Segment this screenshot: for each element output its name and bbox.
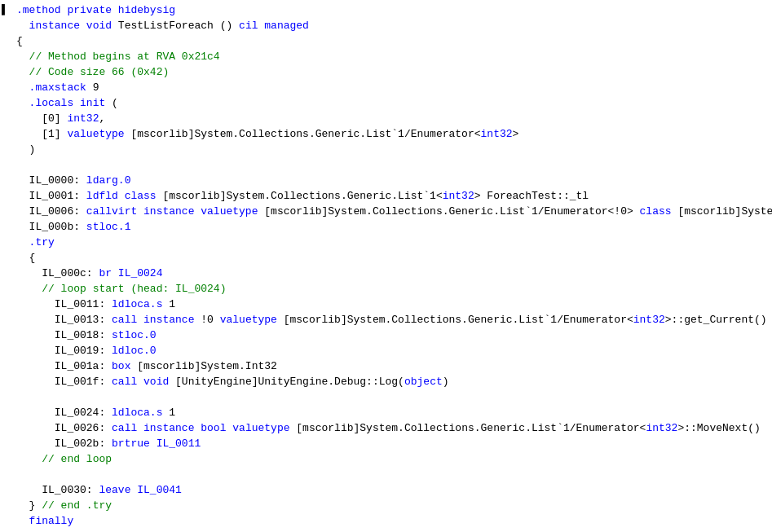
line-text: IL_000b: stloc.1 xyxy=(10,220,130,235)
code-line: IL_0001: ldfld class [mscorlib]System.Co… xyxy=(0,189,772,204)
code-line xyxy=(0,468,772,483)
line-text: IL_0030: leave IL_0041 xyxy=(10,483,182,499)
line-marker xyxy=(0,251,10,266)
line-marker: ▌ xyxy=(0,3,10,19)
code-line: IL_001a: box [mscorlib]System.Int32 xyxy=(0,359,772,375)
line-marker xyxy=(0,174,10,189)
code-container: ▌.method private hidebysig instance void… xyxy=(0,0,772,532)
line-marker xyxy=(0,19,10,34)
code-line: [1] valuetype [mscorlib]System.Collectio… xyxy=(0,127,772,143)
line-marker xyxy=(0,112,10,127)
line-marker xyxy=(0,437,10,452)
code-line: .maxstack 9 xyxy=(0,81,772,96)
line-text: IL_0013: call instance !0 valuetype [msc… xyxy=(10,313,767,328)
code-line: instance void TestListForeach () cil man… xyxy=(0,19,772,34)
line-text: IL_0001: ldfld class [mscorlib]System.Co… xyxy=(10,189,589,204)
line-marker xyxy=(0,313,10,328)
line-marker xyxy=(0,406,10,421)
code-line: ▌.method private hidebysig xyxy=(0,3,772,19)
line-marker xyxy=(0,344,10,359)
line-text: // end loop xyxy=(10,452,112,468)
line-text: IL_0006: callvirt instance valuetype [ms… xyxy=(10,204,772,220)
code-line: IL_0026: call instance bool valuetype [m… xyxy=(0,421,772,437)
line-marker xyxy=(0,483,10,499)
code-line: // Method begins at RVA 0x21c4 xyxy=(0,50,772,65)
line-text: } // end .try xyxy=(10,499,112,514)
line-marker xyxy=(0,282,10,297)
line-text: .method private hidebysig xyxy=(10,3,175,19)
line-marker xyxy=(0,189,10,204)
code-line: IL_0011: ldloca.s 1 xyxy=(0,297,772,313)
line-marker xyxy=(0,204,10,220)
line-text: IL_0018: stloc.0 xyxy=(10,328,157,344)
code-line: { xyxy=(0,251,772,266)
line-marker xyxy=(0,235,10,251)
code-line: // end loop xyxy=(0,452,772,468)
line-text: // loop start (head: IL_0024) xyxy=(10,282,226,297)
code-line: // loop start (head: IL_0024) xyxy=(0,282,772,297)
code-line: IL_0024: ldloca.s 1 xyxy=(0,406,772,421)
code-line: IL_0018: stloc.0 xyxy=(0,328,772,344)
code-line: // Code size 66 (0x42) xyxy=(0,65,772,81)
code-line: IL_002b: brtrue IL_0011 xyxy=(0,437,772,452)
line-text: .maxstack 9 xyxy=(10,81,99,96)
line-marker xyxy=(0,266,10,282)
code-line: .locals init ( xyxy=(0,96,772,112)
line-text: IL_0000: ldarg.0 xyxy=(10,174,130,189)
line-text: IL_0026: call instance bool valuetype [m… xyxy=(10,421,761,437)
line-text: IL_001a: box [mscorlib]System.Int32 xyxy=(10,359,277,375)
line-text: IL_0024: ldloca.s 1 xyxy=(10,406,175,421)
line-text: .locals init ( xyxy=(10,96,118,112)
line-marker xyxy=(0,421,10,437)
code-line: } // end .try xyxy=(0,499,772,514)
code-line: [0] int32, xyxy=(0,112,772,127)
code-line: IL_0013: call instance !0 valuetype [msc… xyxy=(0,313,772,328)
code-line xyxy=(0,390,772,406)
line-text: IL_0011: ldloca.s 1 xyxy=(10,297,175,313)
code-line: ) xyxy=(0,143,772,158)
line-text: [1] valuetype [mscorlib]System.Collectio… xyxy=(10,127,518,143)
line-marker xyxy=(0,34,10,50)
line-marker xyxy=(0,468,10,483)
line-marker xyxy=(0,50,10,65)
code-line: .try xyxy=(0,235,772,251)
line-text: ) xyxy=(10,143,35,158)
line-marker xyxy=(0,65,10,81)
line-marker xyxy=(0,158,10,174)
line-text: IL_001f: call void [UnityEngine]UnityEng… xyxy=(10,375,449,390)
code-line: { xyxy=(0,34,772,50)
line-marker xyxy=(0,96,10,112)
code-line: IL_0019: ldloc.0 xyxy=(0,344,772,359)
line-text: IL_0019: ldloc.0 xyxy=(10,344,157,359)
line-marker xyxy=(0,297,10,313)
line-marker xyxy=(0,220,10,235)
code-line: IL_0006: callvirt instance valuetype [ms… xyxy=(0,204,772,220)
line-marker xyxy=(0,375,10,390)
line-marker xyxy=(0,328,10,344)
line-marker xyxy=(0,390,10,406)
code-line: IL_000b: stloc.1 xyxy=(0,220,772,235)
code-line xyxy=(0,158,772,174)
code-line: IL_0030: leave IL_0041 xyxy=(0,483,772,499)
line-text: // Code size 66 (0x42) xyxy=(10,65,169,81)
line-text: [0] int32, xyxy=(10,112,105,127)
line-text: IL_000c: br IL_0024 xyxy=(10,266,162,282)
line-marker xyxy=(0,143,10,158)
line-text: .try xyxy=(10,235,55,251)
line-text: { xyxy=(10,34,23,50)
line-marker xyxy=(0,81,10,96)
line-text: instance void TestListForeach () cil man… xyxy=(10,19,309,34)
line-marker xyxy=(0,359,10,375)
code-line: finally xyxy=(0,514,772,530)
code-line: IL_0000: ldarg.0 xyxy=(0,174,772,189)
code-line: IL_001f: call void [UnityEngine]UnityEng… xyxy=(0,375,772,390)
code-line: IL_000c: br IL_0024 xyxy=(0,266,772,282)
line-text: IL_002b: brtrue IL_0011 xyxy=(10,437,201,452)
line-marker xyxy=(0,514,10,530)
line-text: // Method begins at RVA 0x21c4 xyxy=(10,50,220,65)
line-text: { xyxy=(10,251,35,266)
line-marker xyxy=(0,127,10,143)
line-text: finally xyxy=(10,514,73,530)
line-marker xyxy=(0,452,10,468)
line-marker xyxy=(0,499,10,514)
